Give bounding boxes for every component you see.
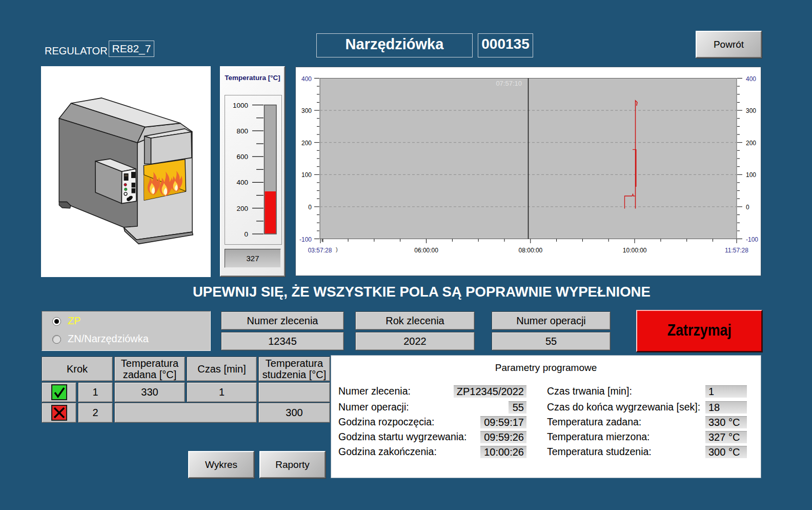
svg-text:03:57:28: 03:57:28 bbox=[308, 247, 332, 254]
svg-text:300: 300 bbox=[301, 107, 312, 114]
svg-text:300: 300 bbox=[746, 107, 756, 114]
svg-text:0: 0 bbox=[308, 204, 312, 211]
svg-text:800: 800 bbox=[236, 127, 248, 135]
svg-text:-100: -100 bbox=[299, 236, 312, 243]
svg-text:400: 400 bbox=[746, 75, 756, 83]
svg-text:100: 100 bbox=[746, 171, 756, 179]
svg-text:08:00:00: 08:00:00 bbox=[519, 247, 543, 254]
svg-text:-100: -100 bbox=[746, 236, 758, 243]
svg-text:11:57:28: 11:57:28 bbox=[725, 247, 748, 254]
svg-text:10:00:00: 10:00:00 bbox=[623, 247, 647, 254]
svg-text:100: 100 bbox=[301, 171, 312, 179]
svg-text:0: 0 bbox=[244, 230, 248, 238]
svg-text:07:57:10: 07:57:10 bbox=[496, 80, 522, 87]
svg-text:200: 200 bbox=[236, 205, 248, 212]
svg-text:400: 400 bbox=[301, 75, 312, 83]
svg-text:): ) bbox=[336, 246, 338, 252]
svg-text:400: 400 bbox=[236, 179, 248, 186]
svg-text:600: 600 bbox=[236, 153, 248, 161]
svg-text:1000: 1000 bbox=[233, 102, 248, 109]
svg-text:06:00:00: 06:00:00 bbox=[414, 247, 438, 254]
svg-text:200: 200 bbox=[746, 140, 756, 147]
svg-text:200: 200 bbox=[301, 140, 312, 147]
svg-text:0: 0 bbox=[746, 204, 749, 211]
